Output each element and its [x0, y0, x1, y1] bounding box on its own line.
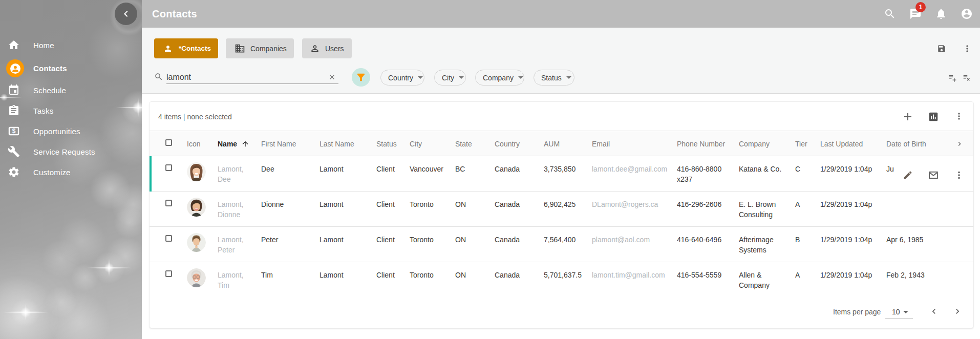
svg-text:$: $: [12, 128, 16, 135]
